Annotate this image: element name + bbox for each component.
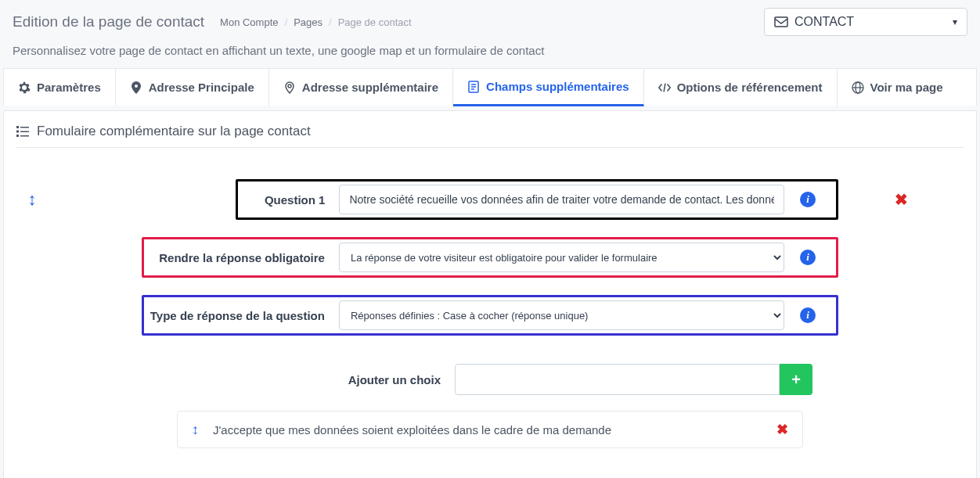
drag-handle-icon[interactable]: ↕ [192, 422, 199, 438]
contact-dropdown[interactable]: CONTACT ▾ [764, 8, 967, 36]
delete-question-icon[interactable]: ✖ [895, 190, 908, 209]
card-title: Fomulaire complémentaire sur la page con… [16, 124, 964, 148]
caret-down-icon: ▾ [953, 16, 957, 27]
required-select[interactable]: La réponse de votre visiteur est obligat… [339, 243, 784, 272]
tab-label: Adresse supplémentaire [302, 81, 438, 94]
tab-label: Adresse Principale [149, 81, 254, 94]
choice-item: ↕ J'accepte que mes données soient explo… [177, 411, 803, 448]
response-type-row: Type de réponse de la question Réponses … [16, 295, 964, 336]
tabs: Paramètres Adresse Principale Adresse su… [3, 68, 977, 106]
tab-champs-supplementaires[interactable]: Champs supplémentaires [453, 69, 644, 106]
breadcrumb-item[interactable]: Mon Compte [220, 16, 278, 28]
tab-adresse-principale[interactable]: Adresse Principale [116, 69, 269, 106]
gear-icon [18, 81, 31, 94]
tab-referencement[interactable]: Options de référencement [644, 69, 838, 106]
breadcrumb-item[interactable]: Pages [294, 16, 322, 28]
required-label: Rendre la réponse obligatoire [144, 251, 339, 264]
breadcrumb-item: Page de contact [338, 16, 412, 28]
question-input[interactable] [339, 185, 784, 214]
svg-rect-12 [20, 131, 29, 133]
map-pin-outline-icon [283, 81, 296, 94]
page-header: Edition de la page de contact Mon Compte… [0, 0, 980, 41]
tab-label: Champs supplémentaires [486, 80, 629, 93]
choice-text: J'accepte que mes données soient exploit… [213, 423, 762, 437]
response-type-select[interactable]: Réponses définies : Case à cocher (répon… [339, 300, 784, 330]
breadcrumb: Mon Compte / Pages / Page de contact [220, 16, 412, 28]
add-choice-label: Ajouter un choix [16, 373, 455, 386]
form-card: Fomulaire complémentaire sur la page con… [3, 110, 977, 478]
info-icon[interactable]: i [800, 307, 816, 323]
svg-rect-10 [20, 127, 29, 128]
contact-dropdown-label: CONTACT [794, 15, 854, 29]
tab-label: Voir ma page [870, 81, 943, 94]
svg-rect-0 [775, 17, 787, 27]
card-title-text: Fomulaire complémentaire sur la page con… [37, 124, 311, 139]
add-choice-row: Ajouter un choix + [16, 364, 964, 395]
svg-point-1 [288, 84, 291, 88]
tab-voir-ma-page[interactable]: Voir ma page [838, 69, 957, 106]
info-icon[interactable]: i [800, 250, 816, 265]
globe-icon [852, 81, 864, 94]
question-highlight-box: Question 1 i [236, 179, 838, 220]
list-icon [16, 126, 29, 137]
delete-choice-icon[interactable]: ✖ [776, 421, 788, 438]
svg-rect-11 [16, 131, 19, 133]
page-title: Edition de la page de contact [13, 13, 204, 31]
svg-rect-13 [16, 135, 19, 137]
response-type-highlight-box: Type de réponse de la question Réponses … [142, 295, 838, 336]
required-row: Rendre la réponse obligatoire La réponse… [16, 237, 964, 278]
required-highlight-box: Rendre la réponse obligatoire La réponse… [142, 237, 838, 278]
tab-parametres[interactable]: Paramètres [4, 69, 116, 106]
question-label: Question 1 [238, 193, 339, 207]
page-subtitle: Personnalisez votre page de contact en a… [0, 41, 980, 68]
svg-rect-14 [20, 135, 29, 137]
tab-label: Paramètres [37, 81, 101, 94]
breadcrumb-separator: / [285, 16, 288, 28]
code-icon [658, 81, 671, 94]
map-pin-icon [130, 81, 142, 94]
drag-handle-icon[interactable]: ↕ [28, 189, 37, 210]
info-icon[interactable]: i [800, 192, 816, 207]
svg-rect-9 [16, 126, 19, 128]
breadcrumb-separator: / [329, 16, 332, 28]
tab-label: Options de référencement [677, 81, 823, 94]
add-choice-input[interactable] [455, 364, 780, 395]
form-icon [467, 81, 480, 93]
envelope-icon [774, 16, 788, 27]
response-type-label: Type de réponse de la question [144, 309, 339, 322]
question-row: ↕ Question 1 i ✖ [16, 179, 964, 220]
tab-adresse-supplementaire[interactable]: Adresse supplémentaire [269, 69, 453, 106]
add-choice-button[interactable]: + [780, 364, 812, 395]
